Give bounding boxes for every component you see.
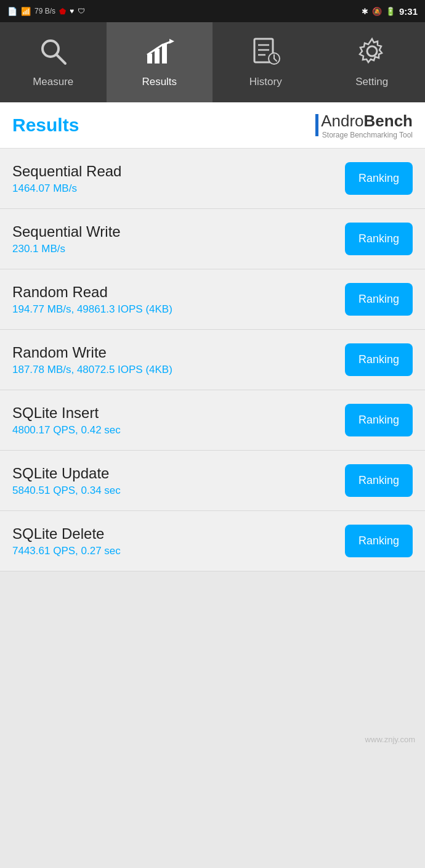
status-right: ✱ 🔕 🔋 9:31 (362, 6, 418, 17)
ranking-button-sqlite-insert[interactable]: Ranking (345, 404, 413, 436)
results-icon (145, 36, 174, 70)
ranking-button-rand-write[interactable]: Ranking (345, 343, 413, 376)
tab-setting[interactable]: Setting (319, 22, 426, 102)
shield-icon: 🛡 (78, 7, 85, 15)
result-name: SQLite Delete (12, 525, 121, 542)
result-random-write: Random Write 187.78 MB/s, 48072.5 IOPS (… (0, 330, 425, 390)
brand-accent-bar (315, 114, 318, 136)
svg-line-1 (57, 55, 65, 63)
result-value: 187.78 MB/s, 48072.5 IOPS (4KB) (12, 364, 172, 376)
result-sqlite-insert: SQLite Insert 4800.17 QPS, 0.42 sec Rank… (0, 390, 425, 451)
setting-icon (357, 36, 387, 70)
result-info: SQLite Insert 4800.17 QPS, 0.42 sec (12, 404, 121, 436)
bottom-area: www.znjy.com (0, 571, 425, 756)
result-sequential-write: Sequential Write 230.1 MB/s Ranking (0, 209, 425, 269)
ranking-button-sqlite-update[interactable]: Ranking (345, 464, 413, 497)
history-label: History (249, 76, 282, 88)
ranking-button-rand-read[interactable]: Ranking (345, 283, 413, 316)
result-name: Sequential Read (12, 163, 121, 180)
brand-text: AndroBench Storage Benchmarking Tool (321, 112, 413, 139)
ranking-button-seq-write[interactable]: Ranking (345, 223, 413, 255)
result-value: 1464.07 MB/s (12, 182, 121, 195)
history-icon (251, 36, 280, 70)
result-name: Random Write (12, 344, 172, 361)
result-value: 194.77 MB/s, 49861.3 IOPS (4KB) (12, 303, 172, 316)
clock: 9:31 (399, 6, 418, 17)
result-sqlite-update: SQLite Update 5840.51 QPS, 0.34 sec Rank… (0, 451, 425, 511)
brand-tagline: Storage Benchmarking Tool (321, 131, 413, 139)
results-label: Results (142, 76, 177, 88)
measure-label: Measure (33, 76, 73, 88)
result-value: 5840.51 QPS, 0.34 sec (12, 485, 121, 497)
heart-icon: ♥ (70, 7, 74, 15)
svg-rect-3 (155, 49, 160, 63)
setting-label: Setting (355, 76, 388, 88)
tab-history[interactable]: History (212, 22, 319, 102)
result-info: SQLite Delete 7443.61 QPS, 0.27 sec (12, 525, 121, 557)
result-name: SQLite Insert (12, 404, 121, 422)
page-title: Results (12, 115, 79, 136)
bluetooth-icon: ✱ (362, 7, 368, 16)
brand-logo: AndroBench Storage Benchmarking Tool (315, 112, 413, 139)
status-bar: 📄 📶 79 B/s ⬟ ♥ 🛡 ✱ 🔕 🔋 9:31 (0, 0, 425, 22)
ranking-button-seq-read[interactable]: Ranking (345, 162, 413, 195)
result-info: SQLite Update 5840.51 QPS, 0.34 sec (12, 465, 121, 497)
mute-icon: 🔕 (372, 7, 382, 16)
result-info: Sequential Write 230.1 MB/s (12, 223, 121, 255)
wifi-icon: 📶 (21, 7, 31, 16)
result-info: Random Read 194.77 MB/s, 49861.3 IOPS (4… (12, 284, 172, 316)
result-sqlite-delete: SQLite Delete 7443.61 QPS, 0.27 sec Rank… (0, 511, 425, 571)
watermark: www.znjy.com (365, 735, 415, 744)
result-name: Random Read (12, 284, 172, 301)
result-info: Random Write 187.78 MB/s, 48072.5 IOPS (… (12, 344, 172, 376)
status-left: 📄 📶 79 B/s ⬟ ♥ 🛡 (7, 7, 85, 16)
brand-name: AndroBench (321, 112, 413, 131)
svg-point-13 (367, 46, 377, 56)
result-value: 230.1 MB/s (12, 243, 121, 255)
sim-icon: 📄 (7, 7, 17, 16)
data-speed: 79 B/s (34, 7, 55, 15)
result-value: 7443.61 QPS, 0.27 sec (12, 545, 121, 557)
ranking-button-sqlite-delete[interactable]: Ranking (345, 525, 413, 557)
result-name: Sequential Write (12, 223, 121, 240)
tab-results[interactable]: Results (107, 22, 213, 102)
result-value: 4800.17 QPS, 0.42 sec (12, 424, 121, 436)
nav-tabs: Measure Results Histor (0, 22, 425, 102)
result-sequential-read: Sequential Read 1464.07 MB/s Ranking (0, 149, 425, 209)
battery-icon: 🔋 (386, 7, 395, 16)
results-list: Sequential Read 1464.07 MB/s Ranking Seq… (0, 149, 425, 571)
measure-icon (38, 36, 68, 70)
result-random-read: Random Read 194.77 MB/s, 49861.3 IOPS (4… (0, 269, 425, 330)
svg-marker-5 (169, 39, 174, 44)
huawei-icon: ⬟ (59, 7, 66, 16)
results-header: Results AndroBench Storage Benchmarking … (0, 102, 425, 149)
tab-measure[interactable]: Measure (0, 22, 107, 102)
result-info: Sequential Read 1464.07 MB/s (12, 163, 121, 195)
svg-rect-4 (162, 44, 167, 63)
result-name: SQLite Update (12, 465, 121, 482)
